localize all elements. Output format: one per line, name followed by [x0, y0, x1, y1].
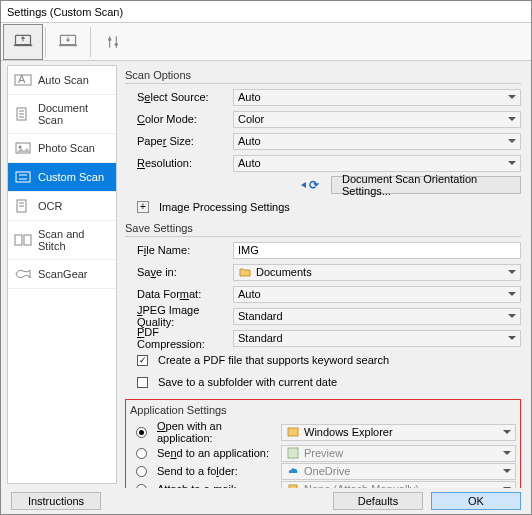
send-folder-dropdown[interactable]: OneDrive [281, 463, 516, 480]
folder-icon [238, 266, 252, 278]
data-format-label: Data Format: [125, 288, 227, 300]
pdf-compression-dropdown[interactable]: Standard [233, 330, 521, 347]
send-folder-value: OneDrive [304, 465, 350, 477]
open-with-radio[interactable] [136, 427, 147, 438]
paper-size-dropdown[interactable]: Auto [233, 133, 521, 150]
jpeg-quality-value: Standard [238, 310, 283, 322]
image-processing-label: Image Processing Settings [159, 201, 290, 213]
save-settings-title: Save Settings [125, 222, 521, 237]
stitch-icon [14, 233, 32, 247]
keyword-search-checkbox[interactable] [137, 355, 148, 366]
send-app-dropdown[interactable]: Preview [281, 445, 516, 462]
select-source-value: Auto [238, 91, 261, 103]
orientation-btn-label: Document Scan Orientation Settings... [342, 173, 510, 197]
expand-image-processing[interactable]: + [137, 201, 149, 213]
settings-window: Settings (Custom Scan) A Auto Scan Docum… [0, 0, 532, 515]
color-mode-label: Color Mode: [125, 113, 227, 125]
svg-rect-23 [24, 235, 31, 245]
paper-size-value: Auto [238, 135, 261, 147]
jpeg-quality-dropdown[interactable]: Standard [233, 308, 521, 325]
orientation-flip-icon[interactable]: ⟳ [301, 178, 319, 192]
toolbar-separator [90, 27, 91, 57]
color-mode-dropdown[interactable]: Color [233, 111, 521, 128]
svg-point-7 [115, 42, 118, 45]
sidebar-item-auto-scan[interactable]: A Auto Scan [8, 66, 116, 95]
caret-icon [508, 95, 516, 99]
sidebar-item-scangear[interactable]: ScanGear [8, 260, 116, 289]
defaults-button[interactable]: Defaults [333, 492, 423, 510]
caret-icon [508, 139, 516, 143]
photo-scan-icon [14, 141, 32, 155]
send-app-radio[interactable] [136, 448, 147, 459]
caret-icon [508, 270, 516, 274]
svg-rect-1 [14, 44, 32, 46]
defaults-label: Defaults [358, 495, 398, 507]
preview-icon [286, 447, 300, 459]
ok-label: OK [468, 495, 484, 507]
resolution-dropdown[interactable]: Auto [233, 155, 521, 172]
footer: Instructions Defaults OK [1, 488, 531, 514]
body: A Auto Scan Document Scan Photo Scan Cus… [1, 61, 531, 488]
attach-email-dropdown[interactable]: None (Attach Manually) [281, 481, 516, 489]
instructions-label: Instructions [28, 495, 84, 507]
sidebar-label: OCR [38, 200, 62, 212]
save-in-dropdown[interactable]: Documents [233, 264, 521, 281]
send-folder-radio[interactable] [136, 466, 147, 477]
main-panel: Scan Options Select Source: Auto Color M… [117, 61, 531, 488]
custom-scan-icon [14, 170, 32, 184]
title-bar: Settings (Custom Scan) [1, 1, 531, 23]
subfolder-label: Save to a subfolder with current date [158, 376, 337, 388]
svg-text:A: A [18, 73, 26, 85]
onedrive-icon [286, 465, 300, 477]
sidebar: A Auto Scan Document Scan Photo Scan Cus… [7, 65, 117, 484]
sidebar-item-scan-and-stitch[interactable]: Scan and Stitch [8, 221, 116, 260]
application-settings-group: Application Settings Open with an applic… [125, 399, 521, 488]
resolution-value: Auto [238, 157, 261, 169]
file-name-input[interactable]: IMG [233, 242, 521, 259]
caret-icon [508, 314, 516, 318]
data-format-value: Auto [238, 288, 261, 300]
svg-point-6 [108, 37, 111, 40]
data-format-dropdown[interactable]: Auto [233, 286, 521, 303]
color-mode-value: Color [238, 113, 264, 125]
caret-icon [508, 336, 516, 340]
sidebar-label: Custom Scan [38, 171, 104, 183]
scan-options-title: Scan Options [125, 69, 521, 84]
sidebar-item-photo-scan[interactable]: Photo Scan [8, 134, 116, 163]
open-with-dropdown[interactable]: Windows Explorer [281, 424, 516, 441]
svg-rect-3 [59, 44, 77, 46]
send-app-label: Send to an application: [157, 447, 275, 459]
explorer-icon [286, 426, 300, 438]
toolbar [1, 23, 531, 61]
ok-button[interactable]: OK [431, 492, 521, 510]
sidebar-item-ocr[interactable]: OCR [8, 192, 116, 221]
caret-icon [503, 430, 511, 434]
select-source-label: Select Source: [125, 91, 227, 103]
sidebar-item-document-scan[interactable]: Document Scan [8, 95, 116, 134]
ocr-icon [14, 199, 32, 213]
orientation-settings-button[interactable]: Document Scan Orientation Settings... [331, 176, 521, 194]
file-name-value: IMG [238, 244, 259, 256]
open-with-value: Windows Explorer [304, 426, 393, 438]
svg-rect-22 [15, 235, 22, 245]
send-folder-label: Send to a folder: [157, 465, 275, 477]
tool-scan-from-panel[interactable] [48, 24, 88, 60]
tool-general-settings[interactable] [93, 24, 133, 60]
subfolder-checkbox[interactable] [137, 377, 148, 388]
select-source-dropdown[interactable]: Auto [233, 89, 521, 106]
paper-size-label: Paper Size: [125, 135, 227, 147]
sidebar-label: Photo Scan [38, 142, 95, 154]
resolution-label: Resolution: [125, 157, 227, 169]
scangear-icon [14, 267, 32, 281]
caret-icon [508, 292, 516, 296]
sidebar-label: Scan and Stitch [38, 228, 110, 252]
tool-scan-from-computer[interactable] [3, 24, 43, 60]
sidebar-label: Auto Scan [38, 74, 89, 86]
svg-rect-16 [16, 172, 30, 182]
pdf-compression-value: Standard [238, 332, 283, 344]
save-in-label: Save in: [125, 266, 227, 278]
sidebar-item-custom-scan[interactable]: Custom Scan [8, 163, 116, 192]
auto-scan-icon: A [14, 73, 32, 87]
instructions-button[interactable]: Instructions [11, 492, 101, 510]
keyword-search-label: Create a PDF file that supports keyword … [158, 354, 389, 366]
